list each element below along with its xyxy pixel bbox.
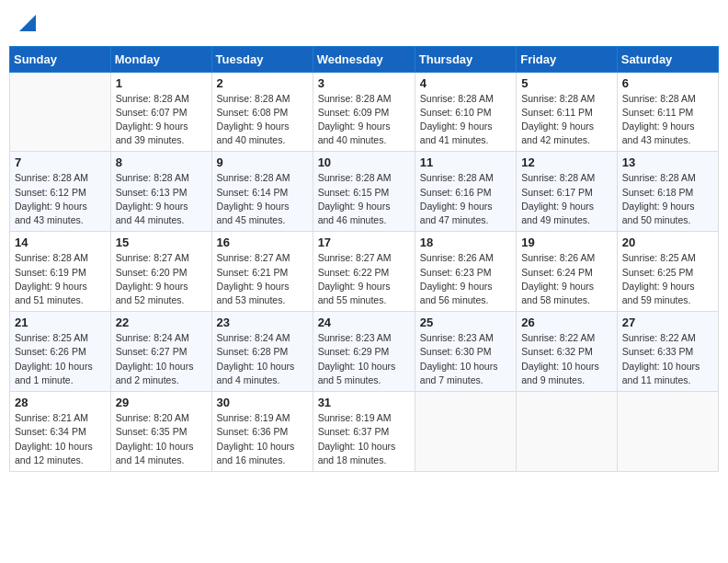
day-number: 4 [420, 76, 511, 90]
calendar-cell [10, 72, 111, 152]
day-info: Sunrise: 8:28 AMSunset: 6:11 PMDaylight:… [521, 92, 612, 148]
calendar-cell: 5Sunrise: 8:28 AMSunset: 6:11 PMDaylight… [517, 72, 618, 152]
day-info: Sunrise: 8:25 AMSunset: 6:26 PMDaylight:… [15, 331, 106, 387]
day-info: Sunrise: 8:20 AMSunset: 6:35 PMDaylight:… [116, 411, 207, 467]
calendar-cell: 16Sunrise: 8:27 AMSunset: 6:21 PMDayligh… [211, 232, 313, 312]
calendar-header-row: SundayMondayTuesdayWednesdayThursdayFrid… [10, 46, 719, 72]
calendar-week-row: 21Sunrise: 8:25 AMSunset: 6:26 PMDayligh… [10, 312, 719, 392]
calendar-cell: 17Sunrise: 8:27 AMSunset: 6:22 PMDayligh… [313, 232, 415, 312]
calendar-week-row: 7Sunrise: 8:28 AMSunset: 6:12 PMDaylight… [10, 152, 719, 232]
calendar-cell: 15Sunrise: 8:27 AMSunset: 6:20 PMDayligh… [110, 232, 211, 312]
day-info: Sunrise: 8:19 AMSunset: 6:36 PMDaylight:… [217, 411, 308, 467]
svg-marker-0 [19, 15, 36, 31]
calendar-cell: 4Sunrise: 8:28 AMSunset: 6:10 PMDaylight… [415, 72, 516, 152]
day-info: Sunrise: 8:28 AMSunset: 6:14 PMDaylight:… [217, 171, 308, 227]
day-info: Sunrise: 8:19 AMSunset: 6:37 PMDaylight:… [318, 411, 410, 467]
calendar-cell: 13Sunrise: 8:28 AMSunset: 6:18 PMDayligh… [617, 152, 718, 232]
day-info: Sunrise: 8:28 AMSunset: 6:11 PMDaylight:… [622, 92, 713, 148]
day-number: 19 [521, 236, 612, 249]
calendar-cell: 14Sunrise: 8:28 AMSunset: 6:19 PMDayligh… [10, 232, 111, 312]
day-info: Sunrise: 8:26 AMSunset: 6:23 PMDaylight:… [420, 251, 511, 307]
day-info: Sunrise: 8:28 AMSunset: 6:08 PMDaylight:… [217, 92, 308, 148]
calendar-cell: 1Sunrise: 8:28 AMSunset: 6:07 PMDaylight… [110, 72, 211, 152]
day-number: 3 [318, 76, 410, 90]
weekday-header-tuesday: Tuesday [211, 46, 313, 72]
calendar-week-row: 28Sunrise: 8:21 AMSunset: 6:34 PMDayligh… [10, 392, 719, 472]
page-header [9, 9, 719, 39]
calendar-cell: 9Sunrise: 8:28 AMSunset: 6:14 PMDaylight… [211, 152, 313, 232]
day-info: Sunrise: 8:21 AMSunset: 6:34 PMDaylight:… [15, 411, 106, 467]
calendar-cell: 18Sunrise: 8:26 AMSunset: 6:23 PMDayligh… [415, 232, 516, 312]
weekday-header-wednesday: Wednesday [313, 46, 415, 72]
calendar-week-row: 14Sunrise: 8:28 AMSunset: 6:19 PMDayligh… [10, 232, 719, 312]
weekday-header-monday: Monday [110, 46, 211, 72]
calendar-cell: 29Sunrise: 8:20 AMSunset: 6:35 PMDayligh… [110, 392, 211, 472]
day-number: 2 [217, 76, 308, 90]
logo-icon [19, 15, 36, 31]
calendar-cell: 2Sunrise: 8:28 AMSunset: 6:08 PMDaylight… [211, 72, 313, 152]
calendar-cell [617, 392, 718, 472]
calendar-cell: 23Sunrise: 8:24 AMSunset: 6:28 PMDayligh… [211, 312, 313, 392]
day-number: 14 [15, 236, 106, 249]
calendar-cell: 28Sunrise: 8:21 AMSunset: 6:34 PMDayligh… [10, 392, 111, 472]
day-info: Sunrise: 8:26 AMSunset: 6:24 PMDaylight:… [521, 251, 612, 307]
calendar-cell: 26Sunrise: 8:22 AMSunset: 6:32 PMDayligh… [517, 312, 618, 392]
day-info: Sunrise: 8:28 AMSunset: 6:10 PMDaylight:… [420, 92, 511, 148]
calendar-cell: 8Sunrise: 8:28 AMSunset: 6:13 PMDaylight… [110, 152, 211, 232]
calendar-cell: 12Sunrise: 8:28 AMSunset: 6:17 PMDayligh… [517, 152, 618, 232]
day-info: Sunrise: 8:28 AMSunset: 6:19 PMDaylight:… [15, 251, 106, 307]
day-info: Sunrise: 8:27 AMSunset: 6:21 PMDaylight:… [217, 251, 308, 307]
day-info: Sunrise: 8:28 AMSunset: 6:09 PMDaylight:… [318, 92, 410, 148]
day-number: 23 [217, 316, 308, 329]
day-number: 30 [217, 396, 308, 409]
day-number: 13 [622, 155, 713, 169]
calendar-cell: 6Sunrise: 8:28 AMSunset: 6:11 PMDaylight… [617, 72, 718, 152]
day-number: 27 [622, 316, 713, 329]
day-info: Sunrise: 8:27 AMSunset: 6:20 PMDaylight:… [116, 251, 207, 307]
calendar-cell: 25Sunrise: 8:23 AMSunset: 6:30 PMDayligh… [415, 312, 516, 392]
day-number: 1 [116, 76, 207, 90]
calendar-cell: 30Sunrise: 8:19 AMSunset: 6:36 PMDayligh… [211, 392, 313, 472]
day-number: 12 [521, 155, 612, 169]
weekday-header-sunday: Sunday [10, 46, 111, 72]
day-info: Sunrise: 8:28 AMSunset: 6:16 PMDaylight:… [420, 171, 511, 227]
logo [17, 13, 36, 35]
day-number: 18 [420, 236, 511, 249]
day-number: 17 [318, 236, 410, 249]
day-info: Sunrise: 8:27 AMSunset: 6:22 PMDaylight:… [318, 251, 410, 307]
calendar-cell: 21Sunrise: 8:25 AMSunset: 6:26 PMDayligh… [10, 312, 111, 392]
day-number: 8 [116, 155, 207, 169]
day-info: Sunrise: 8:28 AMSunset: 6:13 PMDaylight:… [116, 171, 207, 227]
calendar-week-row: 1Sunrise: 8:28 AMSunset: 6:07 PMDaylight… [10, 72, 719, 152]
day-number: 11 [420, 155, 511, 169]
day-info: Sunrise: 8:25 AMSunset: 6:25 PMDaylight:… [622, 251, 713, 307]
day-number: 25 [420, 316, 511, 329]
calendar-cell: 3Sunrise: 8:28 AMSunset: 6:09 PMDaylight… [313, 72, 415, 152]
calendar-cell: 27Sunrise: 8:22 AMSunset: 6:33 PMDayligh… [617, 312, 718, 392]
day-info: Sunrise: 8:28 AMSunset: 6:15 PMDaylight:… [318, 171, 410, 227]
day-number: 15 [116, 236, 207, 249]
weekday-header-thursday: Thursday [415, 46, 516, 72]
day-info: Sunrise: 8:24 AMSunset: 6:28 PMDaylight:… [217, 331, 308, 387]
day-number: 5 [521, 76, 612, 90]
calendar-cell: 7Sunrise: 8:28 AMSunset: 6:12 PMDaylight… [10, 152, 111, 232]
day-number: 9 [217, 155, 308, 169]
day-number: 26 [521, 316, 612, 329]
day-info: Sunrise: 8:22 AMSunset: 6:33 PMDaylight:… [622, 331, 713, 387]
weekday-header-friday: Friday [517, 46, 618, 72]
calendar-cell [415, 392, 516, 472]
calendar-cell: 24Sunrise: 8:23 AMSunset: 6:29 PMDayligh… [313, 312, 415, 392]
day-number: 16 [217, 236, 308, 249]
day-info: Sunrise: 8:24 AMSunset: 6:27 PMDaylight:… [116, 331, 207, 387]
day-number: 21 [15, 316, 106, 329]
day-number: 10 [318, 155, 410, 169]
calendar-cell: 19Sunrise: 8:26 AMSunset: 6:24 PMDayligh… [517, 232, 618, 312]
calendar-cell: 11Sunrise: 8:28 AMSunset: 6:16 PMDayligh… [415, 152, 516, 232]
day-info: Sunrise: 8:23 AMSunset: 6:29 PMDaylight:… [318, 331, 410, 387]
day-number: 24 [318, 316, 410, 329]
calendar-cell: 20Sunrise: 8:25 AMSunset: 6:25 PMDayligh… [617, 232, 718, 312]
day-number: 7 [15, 155, 106, 169]
day-info: Sunrise: 8:28 AMSunset: 6:18 PMDaylight:… [622, 171, 713, 227]
day-number: 28 [15, 396, 106, 409]
day-number: 29 [116, 396, 207, 409]
